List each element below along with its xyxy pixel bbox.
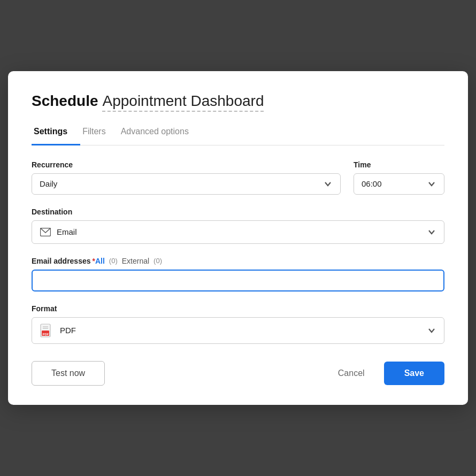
format-group: Format PDF [32, 304, 444, 344]
title-main: Schedule [32, 93, 98, 110]
tab-settings[interactable]: Settings [32, 121, 80, 145]
tab-filters[interactable]: Filters [80, 121, 119, 145]
destination-value: Email [57, 227, 77, 236]
recurrence-chevron-icon [323, 179, 333, 189]
footer-row: Test now Cancel Save [32, 361, 444, 386]
cancel-button[interactable]: Cancel [327, 362, 375, 385]
filter-all-count: (0) [109, 257, 118, 265]
pdf-icon: PDF [40, 323, 55, 338]
destination-row: Destination Email [32, 208, 444, 244]
time-group: Time 06:00 [354, 160, 444, 195]
time-chevron-icon [427, 179, 436, 189]
destination-select[interactable]: Email [32, 220, 444, 244]
filter-external-tab[interactable]: External [122, 257, 149, 265]
time-select[interactable]: 06:00 [354, 173, 444, 195]
format-value: PDF [60, 326, 76, 335]
modal-overlay: Schedule Appointment Dashboard Settings … [0, 0, 476, 476]
email-icon [40, 226, 51, 238]
email-addresses-label: Email addresses* [32, 257, 95, 265]
form-section: Recurrence Daily Time 06:00 [32, 160, 444, 344]
title-sub: Appointment Dashboard [102, 93, 264, 112]
tabs-bar: Settings Filters Advanced options [32, 121, 444, 145]
email-input[interactable] [32, 270, 444, 291]
format-inner: PDF PDF [40, 323, 76, 338]
test-now-button[interactable]: Test now [32, 361, 105, 386]
time-value: 06:00 [362, 179, 382, 188]
recurrence-group: Recurrence Daily [32, 160, 341, 195]
tab-advanced-options[interactable]: Advanced options [119, 121, 202, 145]
format-row: Format PDF [32, 304, 444, 344]
time-label: Time [354, 160, 444, 169]
filter-external-count: (0) [153, 257, 162, 265]
email-addresses-row: Email addresses* All (0) External (0) [32, 257, 444, 291]
recurrence-time-row: Recurrence Daily Time 06:00 [32, 160, 444, 195]
recurrence-value: Daily [40, 179, 57, 188]
filter-all-tab[interactable]: All [95, 257, 105, 265]
modal-title: Schedule Appointment Dashboard [32, 93, 444, 112]
svg-text:PDF: PDF [43, 332, 49, 335]
recurrence-label: Recurrence [32, 160, 341, 169]
format-label: Format [32, 304, 444, 313]
destination-group: Destination Email [32, 208, 444, 244]
destination-label: Destination [32, 208, 444, 216]
destination-chevron-icon [427, 227, 436, 237]
footer-right: Cancel Save [327, 362, 444, 385]
email-addresses-header: Email addresses* All (0) External (0) [32, 257, 162, 265]
destination-inner: Email [40, 226, 77, 238]
email-filter-tabs: All (0) External (0) [95, 257, 162, 265]
format-select[interactable]: PDF PDF [32, 317, 444, 344]
save-button[interactable]: Save [384, 362, 444, 385]
recurrence-select[interactable]: Daily [32, 173, 341, 195]
modal-dialog: Schedule Appointment Dashboard Settings … [8, 71, 468, 405]
format-chevron-icon [427, 326, 436, 335]
